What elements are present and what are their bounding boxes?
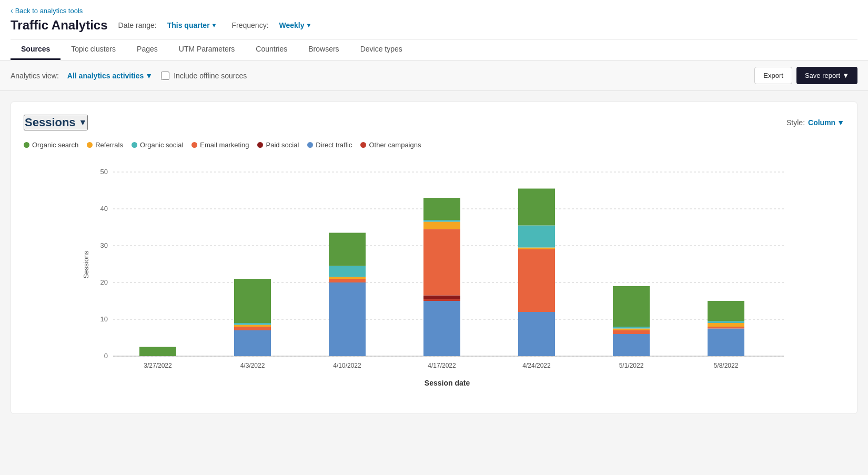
tab-browsers[interactable]: Browsers [298, 39, 349, 60]
chart-legend: Organic search Referrals Organic social … [24, 141, 844, 149]
organic-search-dot [24, 142, 29, 148]
tab-nav: Sources Topic clusters Pages UTM Paramet… [11, 39, 857, 60]
bar-other-4 [423, 299, 460, 301]
offline-sources-checkbox[interactable] [161, 72, 169, 80]
chart-style-dropdown[interactable]: Column ▼ [808, 118, 844, 127]
bar-organic-search-4 [423, 198, 460, 220]
bar-referrals-2 [234, 325, 271, 327]
bar-direct-4 [423, 301, 460, 356]
analytics-view-dropdown[interactable]: All analytics activities ▼ [67, 72, 153, 80]
bar-email-2 [234, 327, 271, 330]
bar-organic-social-7 [708, 321, 744, 324]
save-report-caret-icon: ▼ [842, 72, 849, 79]
offline-sources-toggle[interactable]: Include offline sources [161, 72, 247, 80]
svg-text:3/27/2022: 3/27/2022 [144, 362, 172, 369]
bar-referrals-7 [708, 323, 744, 327]
offline-sources-label: Include offline sources [174, 72, 247, 80]
bar-email-3 [329, 279, 366, 282]
svg-text:40: 40 [100, 205, 108, 213]
svg-text:4/10/2022: 4/10/2022 [333, 362, 361, 369]
legend-referrals: Referrals [87, 141, 123, 149]
export-button[interactable]: Export [754, 67, 792, 84]
tab-countries[interactable]: Countries [245, 39, 298, 60]
bar-direct-2 [234, 330, 271, 356]
svg-text:50: 50 [100, 168, 108, 176]
bar-organic-search-5 [518, 189, 555, 226]
organic-social-dot [132, 142, 137, 148]
svg-text:10: 10 [100, 315, 108, 323]
svg-text:4/3/2022: 4/3/2022 [240, 362, 265, 369]
bar-organic-search-2 [234, 279, 271, 323]
bar-email-7 [708, 327, 744, 329]
direct-traffic-dot [307, 142, 313, 148]
page-header: ‹ Back to analytics tools Traffic Analyt… [0, 0, 868, 60]
svg-text:0: 0 [104, 352, 108, 360]
frequency-caret-icon: ▼ [306, 22, 312, 28]
tab-utm-parameters[interactable]: UTM Parameters [168, 39, 246, 60]
chart-svg-container: 0 10 20 30 40 50 Sessions [24, 159, 844, 392]
date-range-label: Date range: [118, 21, 157, 29]
back-arrow-icon: ‹ [11, 6, 13, 15]
bar-organic-social-2 [234, 323, 271, 325]
bar-email-4 [423, 229, 460, 296]
bar-referrals-3 [329, 277, 366, 279]
chart-header: Sessions ▼ Style: Column ▼ [24, 115, 844, 130]
svg-text:5/8/2022: 5/8/2022 [714, 362, 739, 369]
save-report-button[interactable]: Save report ▼ [796, 67, 857, 84]
bar-referrals-4 [423, 222, 460, 229]
bar-organic-search-7 [708, 301, 744, 321]
bar-referrals-5 [518, 248, 555, 250]
bar-direct-7 [708, 329, 744, 357]
svg-text:20: 20 [100, 278, 108, 286]
sessions-chart-card: Sessions ▼ Style: Column ▼ Organic searc… [11, 102, 857, 414]
paid-social-dot [257, 142, 263, 148]
analytics-view-label: Analytics view: [11, 72, 59, 80]
referrals-dot [87, 142, 93, 148]
legend-direct-traffic: Direct traffic [307, 141, 352, 149]
chart-style-caret-icon: ▼ [837, 118, 844, 127]
tab-topic-clusters[interactable]: Topic clusters [60, 39, 126, 60]
bar-organic-search-1 [139, 347, 176, 357]
sessions-chart-svg: 0 10 20 30 40 50 Sessions [24, 159, 844, 391]
legend-organic-search: Organic search [24, 141, 78, 149]
page-title: Traffic Analytics [11, 18, 108, 33]
bar-organic-search-3 [329, 233, 366, 266]
sessions-dropdown[interactable]: Sessions ▼ [24, 115, 88, 130]
date-range-caret-icon: ▼ [211, 22, 217, 28]
bar-direct-5 [518, 312, 555, 356]
bar-organic-social-3 [329, 266, 366, 277]
filter-bar: Analytics view: All analytics activities… [0, 60, 868, 91]
legend-email-marketing: Email marketing [191, 141, 249, 149]
date-range-dropdown[interactable]: This quarter ▼ [167, 21, 217, 29]
main-content: Sessions ▼ Style: Column ▼ Organic searc… [0, 91, 868, 425]
legend-paid-social: Paid social [257, 141, 299, 149]
bar-email-5 [518, 249, 555, 312]
bar-organic-social-4 [423, 220, 460, 222]
sessions-caret-icon: ▼ [79, 118, 87, 127]
bar-direct-6 [613, 334, 650, 356]
svg-text:5/1/2022: 5/1/2022 [619, 362, 644, 369]
bar-organic-social-5 [518, 226, 555, 248]
legend-organic-social: Organic social [132, 141, 183, 149]
bar-paid-4 [423, 296, 460, 299]
frequency-dropdown[interactable]: Weekly ▼ [279, 21, 312, 29]
other-campaigns-dot [360, 142, 366, 148]
filter-left: Analytics view: All analytics activities… [11, 72, 247, 80]
bar-direct-3 [329, 282, 366, 356]
bar-referrals-6 [613, 329, 650, 331]
tab-sources[interactable]: Sources [11, 39, 60, 60]
style-control: Style: Column ▼ [786, 118, 844, 127]
bar-email-6 [613, 330, 650, 334]
svg-text:30: 30 [100, 241, 108, 249]
back-link[interactable]: ‹ Back to analytics tools [11, 6, 83, 15]
legend-other-campaigns: Other campaigns [360, 141, 421, 149]
svg-text:4/24/2022: 4/24/2022 [522, 362, 551, 369]
svg-text:4/17/2022: 4/17/2022 [428, 362, 456, 369]
tab-device-types[interactable]: Device types [350, 39, 413, 60]
email-marketing-dot [191, 142, 197, 148]
tab-pages[interactable]: Pages [126, 39, 168, 60]
svg-text:Sessions: Sessions [82, 250, 90, 278]
filter-right: Export Save report ▼ [754, 67, 857, 84]
frequency-label: Frequency: [231, 21, 268, 29]
title-row: Traffic Analytics Date range: This quart… [11, 18, 857, 33]
